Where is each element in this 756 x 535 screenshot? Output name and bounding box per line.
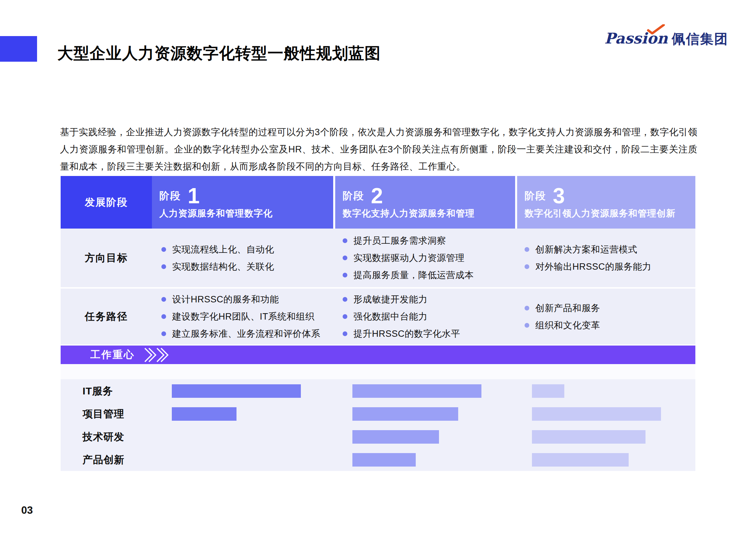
bullet-item: 实现数据结构化、关联化 (161, 261, 333, 273)
chart-row-label: 技术研发 (62, 430, 167, 444)
bullet-text: 提升员工服务需求洞察 (353, 235, 446, 247)
chart-row-产品创新: 产品创新 (61, 453, 695, 476)
row-header-task-paths: 任务路径 (61, 289, 152, 345)
cell-goals-stage-2: 提升员工服务需求洞察实现数据驱动人力资源管理提高服务质量，降低运营成本 (333, 229, 515, 287)
bullet-text: 创新解决方案和运营模式 (535, 243, 637, 256)
chart-row-label: 项目管理 (62, 407, 167, 421)
cell-goals-stage-1: 实现流程线上化、自动化实现数据结构化、关联化 (152, 229, 333, 287)
bullet-text: 提升HRSSC的数字化水平 (353, 328, 460, 340)
bullet-item: 提升HRSSC的数字化水平 (343, 328, 515, 340)
logo-chinese-text: 佩信集团 (672, 30, 728, 48)
bullet-dot-icon (343, 256, 347, 260)
chart-row-项目管理: 项目管理 (61, 407, 695, 430)
stage-3-word: 阶段 (525, 189, 546, 203)
bullet-text: 建立服务标准、业务流程和评价体系 (172, 328, 320, 340)
focus-bar-stage-1 (172, 384, 301, 398)
header-cell-stage-3: 阶段 3 数字化引领人力资源服务和管理创新 (517, 176, 695, 229)
cell-goals-stage-3: 创新解决方案和运营模式对外输出HRSSC的服务能力 (515, 229, 695, 287)
stage-2-number: 2 (371, 185, 383, 207)
slide: 大型企业人力资源数字化转型一般性规划蓝图 Passion 佩信集团 基于实践经验… (0, 0, 756, 535)
bullet-text: 创新产品和服务 (535, 302, 600, 314)
focus-bar-stage-3 (532, 453, 629, 467)
bullet-item: 实现流程线上化、自动化 (161, 243, 333, 256)
bullet-text: 实现数据驱动人力资源管理 (353, 252, 465, 264)
bullet-dot-icon (343, 238, 347, 243)
focus-bar-stage-2 (352, 384, 481, 398)
logo-passion-text: Passion (604, 30, 668, 47)
bullet-dot-icon (161, 264, 166, 269)
stage-3-number: 3 (553, 185, 565, 207)
bullet-dot-icon (343, 273, 347, 277)
company-logo: Passion 佩信集团 (604, 30, 728, 48)
bullet-dot-icon (161, 297, 166, 302)
bullet-item: 创新解决方案和运营模式 (525, 243, 695, 256)
focus-bar-stage-2 (352, 407, 458, 421)
bullet-text: 实现流程线上化、自动化 (172, 243, 274, 256)
focus-bar-stage-2 (352, 430, 439, 444)
bullet-item: 强化数据中台能力 (343, 310, 515, 323)
bullet-item: 设计HRSSC的服务和功能 (161, 293, 333, 305)
stage-2-word: 阶段 (343, 189, 364, 203)
header-cell-stage-1: 阶段 1 人力资源服务和管理数字化 (152, 176, 333, 229)
header-cell-development-stage: 发展阶段 (61, 176, 152, 229)
chart-row-label: 产品创新 (62, 453, 167, 467)
bullet-text: 实现数据结构化、关联化 (172, 261, 274, 273)
stage-2-top: 阶段 2 (343, 185, 515, 207)
bullet-dot-icon (525, 247, 529, 252)
bullet-item: 建立服务标准、业务流程和评价体系 (161, 328, 333, 340)
stage-1-word: 阶段 (159, 189, 181, 203)
work-focus-chart: IT服务项目管理技术研发产品创新 (61, 379, 695, 471)
bullet-item: 组织和文化变革 (525, 319, 695, 331)
bullet-item: 创新产品和服务 (525, 302, 695, 314)
checkmark-icon (646, 24, 665, 34)
bullet-dot-icon (525, 323, 529, 328)
bullet-dot-icon (525, 306, 529, 310)
bullet-item: 提升员工服务需求洞察 (343, 235, 515, 247)
bullet-item: 实现数据驱动人力资源管理 (343, 252, 515, 264)
bullet-dot-icon (343, 297, 347, 302)
cell-tasks-stage-3: 创新产品和服务组织和文化变革 (515, 289, 695, 345)
chart-row-label: IT服务 (62, 384, 167, 398)
bullet-text: 设计HRSSC的服务和功能 (172, 293, 279, 305)
header-cell-stage-2: 阶段 2 数字化支持人力资源服务和管理 (335, 176, 515, 229)
bullet-dot-icon (161, 314, 166, 319)
bullet-dot-icon (525, 264, 529, 269)
row-header-direction-goals: 方向目标 (61, 229, 152, 287)
stage-3-top: 阶段 3 (525, 185, 695, 207)
table-row-task-paths: 任务路径 设计HRSSC的服务和功能建设数字化HR团队、IT系统和组织建立服务标… (61, 289, 695, 345)
stage-1-title: 人力资源服务和管理数字化 (159, 207, 333, 219)
focus-bar-stage-1 (172, 407, 237, 421)
page-number: 03 (21, 504, 33, 516)
bullet-item: 提高服务质量，降低运营成本 (343, 269, 515, 281)
stage-1-top: 阶段 1 (159, 185, 333, 207)
bullet-dot-icon (343, 314, 347, 319)
stages-table: 发展阶段 阶段 1 人力资源服务和管理数字化 阶段 2 数字化支持人力资源服务和… (61, 176, 695, 471)
work-focus-label: 工作重心 (90, 348, 135, 362)
stage-3-title: 数字化引领人力资源服务和管理创新 (525, 207, 695, 219)
chart-row-IT服务: IT服务 (61, 384, 695, 407)
bullet-text: 建设数字化HR团队、IT系统和组织 (172, 310, 315, 323)
focus-bar-stage-3 (532, 407, 661, 421)
bullet-item: 对外输出HRSSC的服务能力 (525, 261, 695, 273)
bullet-text: 强化数据中台能力 (353, 310, 428, 323)
work-focus-banner: 工作重心 (61, 346, 695, 364)
cell-tasks-stage-1: 设计HRSSC的服务和功能建设数字化HR团队、IT系统和组织建立服务标准、业务流… (152, 289, 333, 345)
chart-row-技术研发: 技术研发 (61, 430, 695, 453)
banner-chart-gap (61, 364, 695, 379)
intro-paragraph: 基于实践经验，企业推进人力资源数字化转型的过程可以分为3个阶段，依次是人力资源服… (60, 123, 697, 175)
table-header-row: 发展阶段 阶段 1 人力资源服务和管理数字化 阶段 2 数字化支持人力资源服务和… (61, 176, 695, 229)
bullet-item: 建设数字化HR团队、IT系统和组织 (161, 310, 333, 323)
title-accent-bar (0, 36, 37, 62)
bullet-dot-icon (161, 247, 166, 252)
focus-bar-stage-3 (532, 430, 645, 444)
table-row-direction-goals: 方向目标 实现流程线上化、自动化实现数据结构化、关联化 提升员工服务需求洞察实现… (61, 229, 695, 287)
double-chevron-icon (144, 347, 172, 363)
bullet-dot-icon (343, 331, 347, 336)
bullet-text: 形成敏捷开发能力 (353, 293, 428, 305)
bullet-text: 对外输出HRSSC的服务能力 (535, 261, 652, 273)
bullet-dot-icon (161, 331, 166, 336)
stage-2-title: 数字化支持人力资源服务和管理 (343, 207, 515, 219)
stage-1-number: 1 (188, 185, 200, 207)
bullet-text: 提高服务质量，降低运营成本 (353, 269, 474, 281)
bullet-text: 组织和文化变革 (535, 319, 600, 331)
